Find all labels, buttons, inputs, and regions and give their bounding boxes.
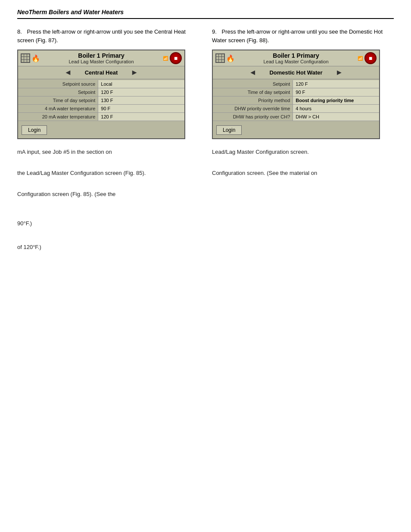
table-row: Time of day setpoint 130 F — [18, 96, 184, 105]
signal-icon: 📶 — [163, 56, 168, 61]
step9-column: 9. Press the left-arrow or right-arrow u… — [212, 28, 394, 139]
screen87-nav: ◄ Central Heat ► — [18, 66, 184, 79]
row-label: Time of day setpoint — [213, 88, 293, 96]
step9-description: Press the left-arrow or right-arrow unti… — [212, 28, 383, 44]
screen-fig87: 🔥 Boiler 1 Primary Lead Lag Master Confi… — [17, 50, 185, 139]
stop-button2[interactable]: ⏹ — [364, 52, 377, 64]
nav-left-arrow2[interactable]: ◄ — [249, 68, 257, 77]
row-value: DHW > CH — [293, 113, 379, 121]
table-row: Time of day setpoint 90 F — [213, 88, 379, 96]
login-button-87[interactable]: Login — [22, 125, 47, 135]
stop-button[interactable]: ⏹ — [170, 52, 182, 64]
screen87-rows: Setpoint source Local Setpoint 120 F Tim… — [18, 79, 184, 122]
row-value: 120 F — [98, 88, 184, 96]
screen87-title-area: Boiler 1 Primary Lead Lag Master Configu… — [40, 52, 163, 64]
body-section-3: Configuration screen (Fig. 85). (See the — [17, 190, 394, 203]
header-icons-right2: 📶 ⏹ — [358, 52, 377, 64]
step8-text: 8. Press the left-arrow or right-arrow u… — [17, 28, 199, 44]
step8-description: Press the left-arrow or right-arrow unti… — [17, 28, 186, 44]
row-value: 90 F — [98, 105, 184, 112]
screen88-nav: ◄ Domestic Hot Water ► — [213, 66, 379, 79]
step9-text: 9. Press the left-arrow or right-arrow u… — [212, 28, 394, 44]
table-row: Setpoint 120 F — [18, 88, 184, 96]
body-text-2-right: Configuration screen. (See the material … — [212, 169, 394, 178]
table-row: DHW priority override time 4 hours — [213, 105, 379, 113]
grid-icon2 — [215, 53, 225, 63]
nav-right-arrow[interactable]: ► — [131, 68, 138, 77]
screen87-header: 🔥 Boiler 1 Primary Lead Lag Master Confi… — [18, 50, 184, 66]
page-header: NeoTherm Boilers and Water Heaters — [17, 9, 394, 19]
table-row: 20 mA water temperature 120 F — [18, 113, 184, 121]
row-value: 130 F — [98, 96, 184, 104]
signal-icon2: 📶 — [358, 56, 363, 61]
row-label: DHW priority override time — [213, 105, 293, 112]
screen87-title-main: Boiler 1 Primary — [40, 52, 163, 59]
body-col-right-1: Lead/Lag Master Configuration screen. — [212, 148, 394, 161]
body-section-2: the Lead/Lag Master Configuration screen… — [17, 169, 394, 182]
screen88-footer: Login — [213, 122, 379, 138]
body-col-right-3 — [212, 190, 394, 203]
table-row: DHW has priority over CH? DHW > CH — [213, 113, 379, 121]
body-text-3-left: Configuration screen (Fig. 85). (See the — [17, 190, 199, 199]
nav-left-arrow[interactable]: ◄ — [64, 68, 72, 77]
row-label: 20 mA water temperature — [18, 113, 98, 121]
screen88-title-area: Boiler 1 Primary Lead Lag Master Configu… — [234, 52, 358, 64]
body-col-left-2: the Lead/Lag Master Configuration screen… — [17, 169, 199, 182]
header-icons-right: 📶 ⏹ — [163, 52, 182, 64]
row-value: 120 F — [98, 113, 184, 121]
main-content: 8. Press the left-arrow or right-arrow u… — [17, 28, 394, 139]
table-row: 4 mA water temperature 90 F — [18, 105, 184, 113]
row-value: 120 F — [293, 80, 379, 88]
screen88-title-main: Boiler 1 Primary — [234, 52, 358, 59]
screen87-title-sub: Lead Lag Master Configuration — [40, 59, 163, 64]
screen88-header: 🔥 Boiler 1 Primary Lead Lag Master Confi… — [213, 50, 379, 66]
row-value: 4 hours — [293, 105, 379, 112]
nav-right-arrow2[interactable]: ► — [336, 68, 343, 77]
body-col-left-3: Configuration screen (Fig. 85). (See the — [17, 190, 199, 203]
body-col-right-2: Configuration screen. (See the material … — [212, 169, 394, 182]
row-value: Local — [98, 80, 184, 88]
step8-column: 8. Press the left-arrow or right-arrow u… — [17, 28, 199, 139]
row-label: 4 mA water temperature — [18, 105, 98, 112]
row-label: Priority method — [213, 96, 293, 104]
screen88-nav-label: Domestic Hot Water — [269, 69, 322, 76]
row-label: Setpoint source — [18, 80, 98, 88]
row-value-priority: Boost during priority time — [293, 96, 379, 104]
screen88-rows: Setpoint 120 F Time of day setpoint 90 F… — [213, 79, 379, 122]
grid-icon — [21, 53, 30, 63]
body-text-1-left: mA input, see Job #5 in the section on — [17, 148, 199, 157]
row-value: 90 F — [293, 88, 379, 96]
table-row: Setpoint 120 F — [213, 80, 379, 88]
page-title: NeoTherm Boilers and Water Heaters — [17, 9, 124, 16]
row-label: Setpoint — [18, 88, 98, 96]
screen87-nav-label: Central Heat — [85, 69, 118, 76]
table-row: Priority method Boost during priority ti… — [213, 96, 379, 105]
table-row: Setpoint source Local — [18, 80, 184, 88]
screen-fig88: 🔥 Boiler 1 Primary Lead Lag Master Confi… — [212, 50, 380, 139]
temp-note: 90°F.) — [17, 220, 394, 227]
step9-number: 9. — [212, 28, 217, 36]
header-icons-left2: 🔥 — [215, 53, 234, 63]
screen88-title-sub: Lead Lag Master Configuration — [234, 59, 358, 64]
body-text-1-right: Lead/Lag Master Configuration screen. — [212, 148, 394, 157]
row-label: Time of day setpoint — [18, 96, 98, 104]
login-button-88[interactable]: Login — [216, 125, 242, 135]
flame-icon: 🔥 — [32, 53, 40, 63]
screen87-footer: Login — [18, 122, 184, 138]
step8-number: 8. — [17, 28, 22, 36]
header-icons-left: 🔥 — [21, 53, 40, 63]
flame-icon2: 🔥 — [227, 53, 234, 63]
body-section-1: mA input, see Job #5 in the section on L… — [17, 148, 394, 161]
of-note: of 120°F.) — [17, 244, 394, 250]
body-col-left-1: mA input, see Job #5 in the section on — [17, 148, 199, 161]
row-label: DHW has priority over CH? — [213, 113, 293, 121]
body-text-2-left: the Lead/Lag Master Configuration screen… — [17, 169, 199, 178]
row-label: Setpoint — [213, 80, 293, 88]
